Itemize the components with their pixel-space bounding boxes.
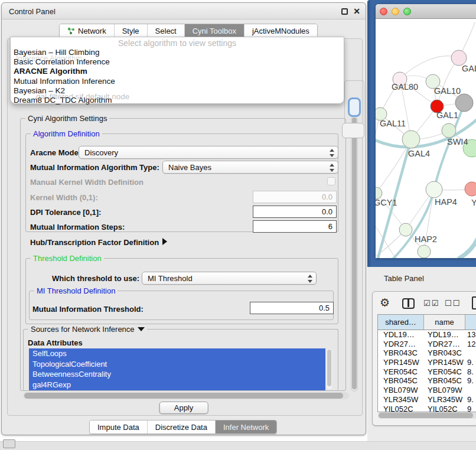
network-node[interactable] bbox=[418, 245, 431, 258]
settings-vertical-scrollbar[interactable] bbox=[351, 116, 358, 392]
expand-triangle-icon[interactable] bbox=[162, 238, 167, 245]
document-icon[interactable] bbox=[472, 296, 476, 309]
aracne-mode-value: Discovery bbox=[84, 148, 118, 157]
attribute-list-item[interactable]: BetweennessCentrality bbox=[29, 369, 325, 380]
network-window-titlebar[interactable] bbox=[376, 4, 476, 19]
mi-type-combo[interactable]: Naive Bayes bbox=[162, 161, 338, 174]
network-canvas[interactable]: GALGAL80GAL10GAL1GAL11GAL4SWI4GCY1HAP4YH… bbox=[376, 19, 476, 258]
mi-threshold-field[interactable]: 0.5 bbox=[250, 302, 334, 314]
table-cell: 12 bbox=[465, 340, 476, 349]
mi-steps-field[interactable]: 6 bbox=[253, 220, 337, 233]
columns-icon[interactable] bbox=[402, 298, 415, 309]
network-node-label: HAP4 bbox=[435, 197, 457, 207]
close-icon[interactable]: ✕ bbox=[353, 6, 360, 16]
table-hscroll-thumb[interactable] bbox=[379, 413, 473, 418]
network-node-label: GAL bbox=[462, 64, 476, 73]
algorithm-popup-placeholder: Select algorithm to view settings bbox=[11, 37, 344, 48]
application-root: Control Panel ✕ Network Style Select Cyn… bbox=[0, 0, 476, 450]
table-cell: 9. bbox=[465, 395, 476, 405]
table-row[interactable]: YLR345WYLR345W9. bbox=[378, 395, 476, 405]
table-row[interactable]: YBL079WYBL079W bbox=[378, 386, 476, 395]
which-threshold-combo[interactable]: MI Threshold bbox=[142, 272, 317, 285]
mac-zoom-icon[interactable] bbox=[403, 8, 411, 15]
mac-close-icon[interactable] bbox=[380, 8, 387, 15]
mac-minimize-icon[interactable] bbox=[392, 8, 399, 15]
network-edge[interactable] bbox=[459, 233, 476, 258]
data-attributes-list[interactable]: SelfLoopsTopologicalCoefficientBetweenne… bbox=[29, 348, 325, 390]
column-header-name[interactable]: name bbox=[424, 315, 465, 330]
node-table: shared… name YDL19…YDL19…13YDR27…YDR27…1… bbox=[377, 314, 476, 412]
hub-definition-toggle[interactable]: Hub/Transcription Factor Definition bbox=[30, 238, 167, 247]
dpi-tolerance-field[interactable]: 0.0 bbox=[253, 206, 337, 218]
sources-group-title[interactable]: Sources for Network Inference bbox=[28, 325, 147, 334]
which-threshold-label: Which threshold to use: bbox=[52, 274, 139, 283]
network-node[interactable] bbox=[402, 131, 420, 148]
background-combo-fragment bbox=[342, 123, 364, 138]
deselect-all-checkboxes-icon[interactable]: ☐☐ bbox=[445, 299, 461, 308]
tab-infer-network[interactable]: Infer Network bbox=[216, 420, 276, 433]
attribute-list-item[interactable]: SelfLoops bbox=[29, 348, 325, 359]
network-node[interactable] bbox=[442, 123, 456, 138]
cyni-bottom-tabbar: Impute Data Discretize Data Infer Networ… bbox=[89, 420, 277, 434]
table-toolbar: ⚙ ☑☑ ☐☐ bbox=[373, 292, 476, 314]
combo-stepper-icon[interactable] bbox=[329, 148, 334, 158]
tab-style[interactable]: Style bbox=[115, 24, 148, 37]
table-cell: YDR27… bbox=[424, 340, 465, 349]
table-row[interactable]: YER054CYER054C8. bbox=[378, 367, 476, 377]
network-node[interactable] bbox=[426, 181, 442, 198]
tab-select[interactable]: Select bbox=[148, 24, 185, 37]
control-panel-tabbar: Network Style Select Cyni Toolbox jActiv… bbox=[59, 24, 318, 38]
attribute-list-item[interactable]: TopologicalCoefficient bbox=[29, 359, 325, 370]
select-all-checkboxes-icon[interactable]: ☑☑ bbox=[423, 299, 439, 308]
algorithm-option[interactable]: ARACNE Algorithm bbox=[11, 67, 344, 76]
tab-network[interactable]: Network bbox=[60, 24, 115, 37]
combo-stepper-icon[interactable] bbox=[307, 274, 312, 283]
tab-jactivemnodules[interactable]: jActiveMNodules bbox=[244, 24, 317, 37]
settings-horizontal-scrollbar[interactable] bbox=[23, 392, 349, 399]
attribute-list-item[interactable]: gal4RGexp bbox=[29, 380, 325, 390]
table-cell: YER054C bbox=[378, 367, 424, 377]
network-node[interactable] bbox=[376, 187, 382, 199]
control-panel-titlebar[interactable]: Control Panel ✕ bbox=[2, 3, 366, 19]
network-icon bbox=[67, 27, 75, 35]
network-node[interactable] bbox=[455, 94, 473, 112]
settings-vscroll-thumb[interactable] bbox=[352, 118, 357, 389]
table-row[interactable]: YDR27…YDR27…12 bbox=[378, 340, 476, 349]
tab-discretize-data[interactable]: Discretize Data bbox=[148, 420, 216, 433]
table-row[interactable]: YBR045CYBR045C9. bbox=[378, 376, 476, 386]
column-header-shared-name[interactable]: shared… bbox=[378, 315, 424, 330]
apply-button[interactable]: Apply bbox=[159, 402, 208, 414]
panel-toggle-button[interactable] bbox=[3, 439, 15, 448]
algorithm-selector-focus-fragment[interactable] bbox=[348, 97, 361, 117]
network-view-window[interactable]: GALGAL80GAL10GAL1GAL11GAL4SWI4GCY1HAP4YH… bbox=[376, 4, 476, 258]
network-node[interactable] bbox=[399, 223, 412, 236]
sources-title-label: Sources for Network Inference bbox=[31, 325, 135, 334]
algorithm-option[interactable]: Mutual Information Inference bbox=[11, 77, 344, 86]
aracne-mode-combo[interactable]: Discovery bbox=[79, 146, 338, 159]
combo-stepper-icon[interactable] bbox=[329, 163, 334, 172]
float-window-icon[interactable] bbox=[341, 8, 348, 15]
attributes-scrollbar-thumb[interactable] bbox=[327, 350, 331, 386]
kernel-width-field[interactable]: 0.0 bbox=[253, 191, 337, 203]
table-row[interactable]: YBR043CYBR043C bbox=[378, 348, 476, 358]
table-cell: YBR045C bbox=[424, 376, 465, 386]
table-row[interactable]: YDL19…YDL19…13 bbox=[378, 330, 476, 340]
table-cell: YPR145W bbox=[378, 358, 424, 367]
tab-cyni-toolbox[interactable]: Cyni Toolbox bbox=[185, 24, 244, 37]
column-header-partial[interactable] bbox=[465, 315, 476, 330]
network-node[interactable] bbox=[465, 182, 476, 196]
ghost-inference-algorithm-label: Inference Algorithm bbox=[16, 54, 82, 63]
tab-impute-data[interactable]: Impute Data bbox=[90, 420, 148, 433]
table-row[interactable]: YPR145WYPR145W9. bbox=[378, 358, 476, 367]
attributes-scrollbar[interactable] bbox=[327, 349, 332, 389]
collapse-triangle-icon[interactable] bbox=[138, 327, 145, 331]
manual-kernel-label: Manual Kernel Width Definition bbox=[30, 178, 144, 187]
settings-hscroll-thumb[interactable] bbox=[24, 393, 343, 399]
table-cell: YIL052C bbox=[424, 405, 465, 413]
table-horizontal-scrollbar[interactable] bbox=[378, 412, 476, 419]
manual-kernel-checkbox[interactable] bbox=[327, 177, 335, 185]
table-row[interactable]: YIL052CYIL052C9 bbox=[378, 405, 476, 413]
mi-type-value: Naive Bayes bbox=[168, 163, 211, 172]
hub-definition-label: Hub/Transcription Factor Definition bbox=[30, 238, 159, 247]
gear-icon[interactable]: ⚙ bbox=[380, 296, 390, 309]
